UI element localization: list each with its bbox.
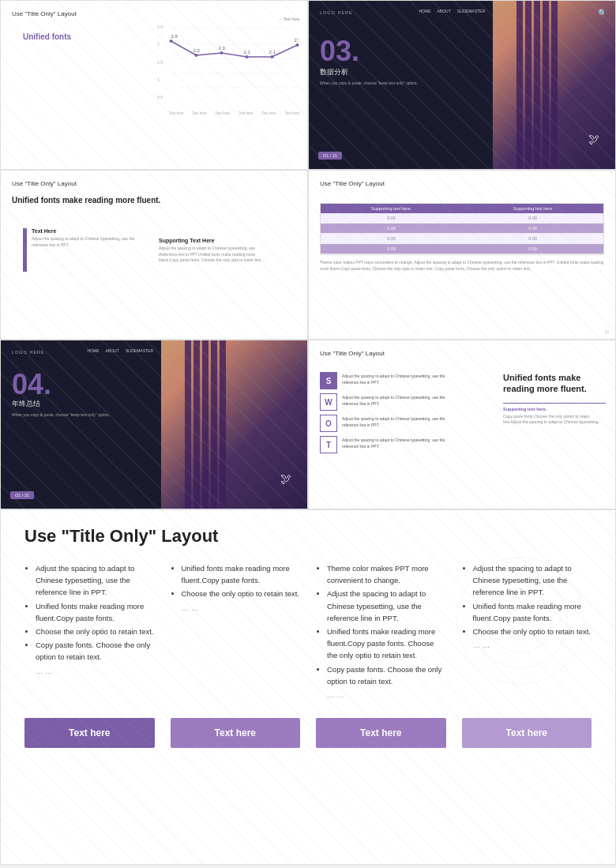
- slide3-text-left: Text Here Adjust the spacing to adapt to…: [23, 228, 138, 340]
- text-here-btn-1[interactable]: Text here: [24, 718, 155, 748]
- slide3-purple-bar: [23, 228, 27, 272]
- arch-image: 🕊: [493, 1, 615, 169]
- chart-x-labels: Text here Text here Text here Text here …: [169, 111, 299, 115]
- table-header: Supporting text here. Supporting text he…: [321, 204, 603, 213]
- slide3-text-right: Supporting Text Here Adjust the spacing …: [148, 228, 285, 340]
- list-item: Unified fonts make reading more fluent.C…: [473, 600, 592, 624]
- bullet-list-2: Unified fonts make reading more fluent.C…: [171, 562, 301, 614]
- slide-large: Use "Title Only" Layout Adjust the spaci…: [0, 509, 616, 865]
- bullet-list-1: Adjust the spacing to adapt to Chinese t…: [24, 562, 155, 677]
- list-item: Copy paste fonts. Choose the only option…: [327, 663, 446, 687]
- slides-grid: Use "Title Only" Layout Unified fonts ma…: [0, 0, 616, 865]
- slide3-body-right: Adjust the spacing to adapt to Chinese t…: [159, 246, 274, 264]
- slide5-chapter-title: 年终总结: [12, 399, 150, 409]
- svg-point-5: [170, 39, 173, 43]
- chart-svg-wrap: 2.9 2.2 2.3 2.1 2.1 2.7: [169, 24, 299, 100]
- list-item: Unified fonts make reading more fluent.C…: [182, 562, 301, 586]
- swot-w-row: W Adjust the spacing to adapt to Chinese…: [320, 393, 456, 411]
- chart-y-labels: 2.9 2 1.5 1 0.5: [157, 24, 163, 100]
- table-row: 0.00 0.00: [321, 224, 603, 234]
- swot-s-text: Adjust the spacing to adapt to Chinese t…: [342, 372, 456, 385]
- slide6-supporting-line: [503, 403, 606, 404]
- slide2-chapter-sub: When you copy & paste, choose "keep text…: [320, 81, 482, 85]
- svg-text:2.1: 2.1: [269, 50, 276, 54]
- slide-3: Use "Title Only" Layout Unified fonts ma…: [0, 170, 308, 340]
- slide-1: Use "Title Only" Layout Unified fonts ma…: [0, 0, 308, 170]
- search-icon: 🔍: [598, 9, 607, 17]
- slide-2: LOGO HERE HOME ABOUT SLIDEMASTER 03. 数据分…: [308, 0, 616, 170]
- slide3-content-row: Text Here Adjust the spacing to adapt to…: [12, 219, 296, 340]
- list-item: Unified fonts make reading more fluent.C…: [36, 600, 155, 624]
- table-cell: 0.00: [321, 213, 462, 223]
- slide3-title: Use "Title Only" Layout: [12, 180, 296, 187]
- slide1-chart: → Text here 2.9 2 1.5 1 0.5: [157, 17, 299, 119]
- list-item: Adjust the spacing to adapt to Chinese t…: [473, 562, 592, 599]
- list-item: Adjust the spacing to adapt to Chinese t…: [327, 588, 446, 624]
- svg-point-10: [296, 43, 299, 47]
- bullet-col-1: Adjust the spacing to adapt to Chinese t…: [24, 562, 155, 702]
- slide5-nav: HOME ABOUT SLIDEMASTER: [87, 348, 153, 353]
- slide3-unified: Unified fonts make reading more fluent.: [12, 195, 296, 206]
- swot-o-row: O Adjust the spacing to adapt to Chinese…: [320, 415, 456, 432]
- svg-text:2.2: 2.2: [193, 48, 201, 53]
- slide2-left: LOGO HERE HOME ABOUT SLIDEMASTER 03. 数据分…: [309, 1, 493, 169]
- slide2-right: 🕊 🔍: [493, 1, 615, 169]
- svg-point-9: [271, 55, 274, 58]
- list-item: Adjust the spacing to adapt to Chinese t…: [36, 562, 155, 599]
- table-cell: 0.00: [462, 234, 603, 243]
- swot-t-letter: T: [320, 436, 337, 453]
- bullet-col-3: Theme color makes PPT more convenient to…: [316, 562, 446, 702]
- list-item: … …: [327, 689, 446, 701]
- slide5-left: LOGO HERE HOME ABOUT SLIDEMASTER 04. 年终总…: [1, 340, 161, 509]
- arch-image-5: 🕊: [161, 340, 307, 509]
- swot-t-text: Adjust the spacing to adapt to Chinese t…: [342, 436, 456, 449]
- svg-point-7: [220, 51, 223, 54]
- slide5-chapter-sub: When you copy & paste, choose "keep text…: [12, 412, 150, 417]
- bullet-list-3: Theme color makes PPT more convenient to…: [316, 562, 446, 701]
- table-cell: 0.00: [462, 244, 603, 254]
- table-cell: 0.00: [462, 213, 603, 223]
- text-here-btn-3[interactable]: Text here: [316, 718, 446, 748]
- slide6-unified: Unified fonts make reading more fluent.: [503, 372, 606, 395]
- slide4-footer: Theme color makes PPT more convenient to…: [320, 260, 604, 272]
- slide2-page: O1 / 21: [318, 152, 342, 160]
- svg-text:2.3: 2.3: [219, 46, 226, 51]
- swot-t-row: T Adjust the spacing to adapt to Chinese…: [320, 436, 456, 453]
- slide-6: Use "Title Only" Layout S Adjust the spa…: [308, 340, 616, 509]
- table-row: 0.00 0.00: [321, 244, 603, 254]
- swot-o-letter: O: [320, 415, 337, 432]
- svg-text:2.7: 2.7: [295, 38, 300, 43]
- slide5-page: O1 / 21: [10, 491, 34, 499]
- slide3-supporting-label: Supporting Text Here: [159, 238, 274, 243]
- slide4-page-num: 10: [604, 329, 609, 334]
- text-here-btn-2[interactable]: Text here: [171, 718, 301, 748]
- bullet-columns: Adjust the spacing to adapt to Chinese t…: [24, 562, 592, 702]
- table-cell: 0.00: [321, 234, 462, 243]
- slide5-right: 🕊: [161, 340, 307, 509]
- swot-w-letter: W: [320, 393, 337, 411]
- svg-point-8: [246, 55, 249, 58]
- swot-o-text: Adjust the spacing to adapt to Chinese t…: [342, 415, 456, 428]
- list-item: … …: [36, 665, 155, 677]
- table-cell: 0.00: [321, 244, 462, 254]
- list-item: … …: [473, 639, 592, 651]
- list-item: Unified fonts make reading more fluent.C…: [327, 626, 446, 662]
- text-here-btn-4[interactable]: Text here: [462, 718, 592, 748]
- slide-large-title: Use "Title Only" Layout: [24, 526, 592, 547]
- chart-legend: → Text here: [157, 17, 299, 21]
- table-cell: 0.00: [321, 224, 462, 233]
- slide6-right: Unified fonts make reading more fluent. …: [503, 372, 606, 426]
- svg-text:2.9: 2.9: [171, 34, 178, 39]
- slide2-big-number: 03.: [320, 37, 482, 66]
- svg-text:2.1: 2.1: [244, 50, 251, 54]
- table-header-col2: Supporting text here: [462, 204, 603, 213]
- arch-lines: [516, 1, 615, 169]
- table-cell: 0.00: [462, 224, 603, 233]
- button-row: Text here Text here Text here Text here: [24, 718, 592, 748]
- slide6-supporting-body: Copy paste fonts Choose the only option …: [503, 414, 606, 426]
- bullet-list-4: Adjust the spacing to adapt to Chinese t…: [462, 562, 592, 651]
- list-item: Copy paste fonts. Choose the only option…: [36, 639, 155, 663]
- slide6-swot: S Adjust the spacing to adapt to Chinese…: [320, 368, 456, 453]
- slide2-nav: HOME ABOUT SLIDEMASTER: [419, 9, 485, 13]
- swot-w-text: Adjust the spacing to adapt to Chinese t…: [342, 393, 456, 407]
